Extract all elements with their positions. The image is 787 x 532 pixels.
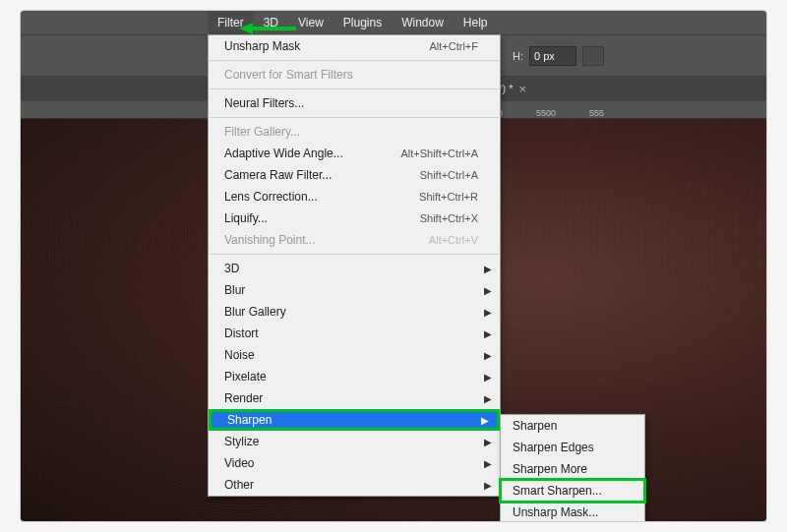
ruler-tick: 5500 [536, 108, 556, 118]
menuitem-label: Video [224, 456, 478, 470]
menuitem-stylize[interactable]: Stylize▶ [209, 431, 500, 452]
menuitem-last-filter[interactable]: Unsharp Mask Alt+Ctrl+F [209, 35, 500, 57]
submenu-arrow-icon: ▶ [484, 480, 492, 491]
menuitem-neural-filters[interactable]: Neural Filters... [209, 92, 500, 114]
menuitem-sharpen[interactable]: Sharpen▶ [209, 409, 500, 431]
menuitem-blur-gallery[interactable]: Blur Gallery▶ [209, 301, 500, 323]
submenu-item-smart-sharpen[interactable]: Smart Sharpen... [501, 480, 644, 502]
menuitem-other[interactable]: Other▶ [209, 474, 500, 496]
menuitem-label: Liquify... [224, 211, 420, 225]
menuitem-blur[interactable]: Blur▶ [209, 279, 500, 301]
menuitem-label: Vanishing Point... [224, 233, 429, 247]
menuitem-label: Neural Filters... [224, 96, 478, 110]
menuitem-liquify[interactable]: Liquify... Shift+Ctrl+X [209, 207, 500, 229]
anchor-icon[interactable] [582, 46, 604, 66]
submenu-arrow-icon: ▶ [484, 307, 492, 318]
submenu-arrow-icon: ▶ [484, 437, 492, 447]
menuitem-camera-raw-filter[interactable]: Camera Raw Filter... Shift+Ctrl+A [209, 164, 500, 186]
menuitem-render[interactable]: Render▶ [209, 387, 500, 409]
menuitem-label: Stylize [224, 435, 478, 448]
menuitem-label: Sharpen More [513, 462, 587, 476]
menuitem-label: Camera Raw Filter... [224, 168, 420, 182]
menuitem-label: Render [224, 391, 478, 405]
submenu-item-unsharp-mask[interactable]: Unsharp Mask... [501, 502, 644, 522]
annotation-arrow-icon [239, 21, 298, 36]
submenu-item-sharpen-more[interactable]: Sharpen More [501, 458, 644, 480]
menuitem-shortcut: Alt+Ctrl+V [429, 234, 478, 246]
menuitem-distort[interactable]: Distort▶ [209, 323, 500, 344]
menuitem-lens-correction[interactable]: Lens Correction... Shift+Ctrl+R [209, 186, 500, 207]
menuitem-label: Other [224, 478, 478, 492]
menuitem-label: Convert for Smart Filters [224, 68, 478, 82]
menubar: Filter 3D View Plugins Window Help [21, 11, 766, 34]
menuitem-label: Sharpen Edges [513, 441, 594, 454]
menuitem-convert-smart-filters: Convert for Smart Filters [209, 64, 500, 86]
submenu-item-sharpen-edges[interactable]: Sharpen Edges [501, 437, 644, 458]
close-icon[interactable]: × [519, 82, 527, 96]
svg-marker-1 [239, 23, 253, 34]
menuitem-video[interactable]: Video▶ [209, 452, 500, 474]
menu-plugins[interactable]: Plugins [333, 11, 392, 34]
menuitem-label: Adaptive Wide Angle... [224, 147, 400, 160]
ruler-tick: 555 [589, 108, 604, 118]
menuitem-label: Distort [224, 326, 478, 340]
sharpen-submenu: Sharpen Sharpen Edges Sharpen More Smart… [500, 414, 645, 522]
menuitem-label: Noise [224, 348, 478, 362]
menuitem-noise[interactable]: Noise▶ [209, 344, 500, 366]
menuitem-vanishing-point: Vanishing Point... Alt+Ctrl+V [209, 229, 500, 251]
menuitem-label: Pixelate [224, 370, 478, 384]
menuitem-pixelate[interactable]: Pixelate▶ [209, 366, 500, 387]
menuitem-shortcut: Shift+Ctrl+X [420, 212, 478, 224]
submenu-arrow-icon: ▶ [484, 328, 492, 339]
menuitem-label: Filter Gallery... [224, 125, 478, 139]
menuitem-shortcut: Alt+Ctrl+F [429, 40, 478, 52]
menuitem-label: Blur [224, 283, 478, 297]
filter-dropdown: Unsharp Mask Alt+Ctrl+F Convert for Smar… [208, 34, 501, 497]
menuitem-shortcut: Shift+Ctrl+A [420, 169, 478, 181]
height-label: H: [513, 50, 523, 62]
height-field[interactable] [529, 46, 576, 66]
menuitem-adaptive-wide-angle[interactable]: Adaptive Wide Angle... Alt+Shift+Ctrl+A [209, 143, 500, 164]
menuitem-3d[interactable]: 3D▶ [209, 258, 500, 279]
menuitem-shortcut: Shift+Ctrl+R [419, 191, 478, 203]
menuitem-label: 3D [224, 262, 478, 275]
menuitem-label: Sharpen [227, 413, 475, 427]
menuitem-label: Sharpen [513, 419, 557, 433]
submenu-arrow-icon: ▶ [484, 372, 492, 383]
menuitem-filter-gallery: Filter Gallery... [209, 121, 500, 143]
submenu-arrow-icon: ▶ [481, 415, 489, 426]
menuitem-label: Blur Gallery [224, 305, 478, 319]
menu-window[interactable]: Window [392, 11, 454, 34]
menuitem-label: Unsharp Mask [224, 39, 429, 53]
submenu-arrow-icon: ▶ [484, 264, 492, 274]
menuitem-label: Lens Correction... [224, 190, 419, 204]
submenu-arrow-icon: ▶ [484, 350, 492, 361]
submenu-arrow-icon: ▶ [484, 285, 492, 296]
submenu-arrow-icon: ▶ [484, 458, 492, 469]
submenu-arrow-icon: ▶ [484, 393, 492, 404]
menuitem-label: Smart Sharpen... [513, 484, 602, 498]
menu-help[interactable]: Help [454, 11, 498, 34]
menuitem-shortcut: Alt+Shift+Ctrl+A [400, 148, 478, 159]
submenu-item-sharpen[interactable]: Sharpen [501, 415, 644, 437]
menuitem-label: Unsharp Mask... [513, 505, 598, 519]
app-window: Filter 3D View Plugins Window Help H: /1… [20, 10, 767, 522]
